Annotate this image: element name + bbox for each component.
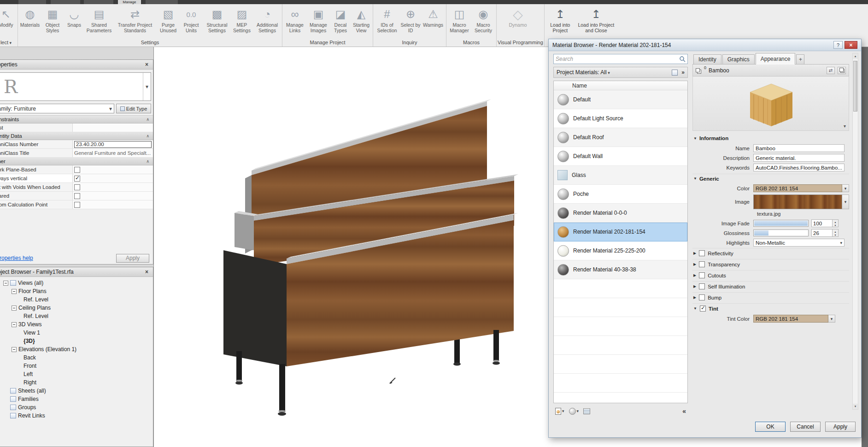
object-styles-button[interactable]: ▦ Object Styles <box>41 5 64 33</box>
manage-project-group-label[interactable]: Manage Project <box>283 39 372 47</box>
collapse-node-icon[interactable] <box>12 289 17 294</box>
asset-name-field[interactable]: Bamboo <box>753 144 845 152</box>
collapse-node-icon[interactable] <box>3 281 8 286</box>
tab-manage[interactable]: Manage <box>118 0 141 4</box>
ribbon-tab[interactable] <box>51 0 80 4</box>
highlights-dropdown[interactable]: Non-Metallic <box>753 239 845 247</box>
macro-security-button[interactable]: ◉ Macro Security <box>471 5 495 33</box>
collapse-section-icon[interactable] <box>146 117 149 122</box>
material-row[interactable]: Render Material 40-38-38 <box>554 260 687 279</box>
search-input[interactable] <box>556 56 679 62</box>
transfer-project-standards-button[interactable]: ⇄ Transfer Project Standards <box>114 5 156 33</box>
properties-help-link[interactable]: Properties help <box>0 255 33 261</box>
properties-panel-header[interactable]: Properties <box>0 60 153 70</box>
preview-options-button[interactable] <box>844 124 846 129</box>
material-row[interactable]: Render Material 0-0-0 <box>554 204 687 223</box>
close-button[interactable] <box>845 41 857 49</box>
reflectivity-section[interactable]: Reflectivity <box>692 248 849 258</box>
select-panel-label[interactable]: lect <box>0 39 17 47</box>
cutouts-checkbox[interactable] <box>699 272 705 278</box>
room-calculation-point-checkbox[interactable] <box>74 202 80 208</box>
collapse-node-icon[interactable] <box>12 306 17 311</box>
material-row[interactable]: Glass <box>554 166 687 185</box>
omniclass-title-value[interactable]: General Furniture and Specialt... <box>72 149 153 157</box>
tree-item-views-all[interactable]: Views (all) <box>0 279 153 287</box>
structural-settings-button[interactable]: ▩ Structural Settings <box>204 5 230 33</box>
omniclass-number-field[interactable]: 23.40.20.00 <box>74 141 152 148</box>
add-asset-tab-button[interactable] <box>796 54 804 64</box>
glossiness-value[interactable]: 26 <box>811 229 833 237</box>
more-options-icon[interactable] <box>681 69 685 76</box>
ribbon-tab[interactable] <box>84 0 113 4</box>
manage-images-button[interactable]: ▣ Manage Images <box>306 5 330 33</box>
color-dropdown-button[interactable] <box>842 184 849 192</box>
shared-parameters-button[interactable]: ▤ Shared Parameters <box>84 5 114 33</box>
transparency-checkbox[interactable] <box>699 261 705 267</box>
property-value[interactable] <box>72 124 153 132</box>
description-field[interactable]: Generic material. <box>753 154 845 162</box>
load-into-project-button[interactable]: ↥ Load into Project <box>545 5 575 33</box>
image-fade-value[interactable]: 100 <box>811 219 833 227</box>
modify-button[interactable]: ↖ Modify <box>0 5 17 28</box>
material-row[interactable]: Render Material 225-225-200 <box>554 241 687 260</box>
collapse-section-icon[interactable] <box>146 134 149 138</box>
search-icon[interactable] <box>679 56 686 62</box>
bump-checkbox[interactable] <box>699 294 705 300</box>
self-illumination-checkbox[interactable] <box>699 283 705 289</box>
collapse-pane-button[interactable] <box>682 407 686 415</box>
tree-item-3d-views[interactable]: 3D Views <box>0 320 153 329</box>
tree-item-left[interactable]: Left <box>0 370 153 378</box>
ids-of-selection-button[interactable]: # IDs of Selection <box>374 5 400 33</box>
tint-color-swatch-field[interactable]: RGB 202 181 154 <box>753 315 828 323</box>
reflectivity-checkbox[interactable] <box>699 250 705 256</box>
work-plane-based-checkbox[interactable] <box>74 167 80 173</box>
tree-item-back[interactable]: Back <box>0 353 153 362</box>
tree-item-front[interactable]: Front <box>0 362 153 370</box>
material-row[interactable]: Default <box>554 90 687 109</box>
material-row[interactable]: Default Roof <box>554 128 687 147</box>
tree-item-3d[interactable]: {3D} <box>0 337 153 345</box>
view-type-icon[interactable] <box>672 70 678 76</box>
collapse-section-icon[interactable] <box>146 159 149 164</box>
material-row-selected[interactable]: Render Material 202-181-154 <box>554 223 687 241</box>
tree-item-ref-level-2[interactable]: Ref. Level <box>0 312 153 320</box>
tree-item-ceiling-plans[interactable]: Ceiling Plans <box>0 304 153 312</box>
mep-settings-button[interactable]: ▨ MEP Settings <box>230 5 253 33</box>
tree-item-right[interactable]: Right <box>0 378 153 387</box>
tint-color-dropdown-button[interactable] <box>828 315 835 323</box>
close-icon[interactable] <box>143 269 150 276</box>
swap-asset-button[interactable] <box>827 67 835 74</box>
section-constraints[interactable]: Constraints <box>0 116 153 124</box>
ribbon-tab[interactable] <box>146 0 178 4</box>
tree-item-floor-plans[interactable]: Floor Plans <box>0 287 153 295</box>
family-selector-dropdown[interactable]: Family: Furniture <box>0 104 114 113</box>
image-fade-slider[interactable] <box>753 220 809 227</box>
project-materials-dropdown[interactable]: Project Materials: All <box>557 69 610 76</box>
inquiry-group-label[interactable]: Inquiry <box>374 39 445 47</box>
cut-with-voids-checkbox[interactable] <box>74 184 80 190</box>
macros-group-label[interactable]: Macros <box>447 39 495 47</box>
tint-section[interactable]: Tint <box>692 303 849 313</box>
self-illumination-section[interactable]: Self Illumination <box>692 281 849 291</box>
apply-button[interactable]: Apply <box>116 254 149 263</box>
material-row[interactable]: Default Light Source <box>554 109 687 128</box>
warnings-button[interactable]: ⚠ Warnings <box>421 5 445 28</box>
materials-button[interactable]: ◍ Materials <box>19 5 41 28</box>
tab-identity[interactable]: Identity <box>693 54 721 64</box>
view-options-button[interactable] <box>583 408 590 414</box>
cancel-button[interactable]: Cancel <box>790 422 821 432</box>
edit-type-button[interactable]: Edit Type <box>116 104 151 113</box>
scroll-down-icon[interactable] <box>853 404 858 409</box>
tab-graphics[interactable]: Graphics <box>722 54 755 64</box>
purge-unused-button[interactable]: ▧ Purge Unused <box>156 5 180 33</box>
glossiness-slider[interactable] <box>753 229 809 236</box>
duplicate-asset-button[interactable] <box>838 67 846 74</box>
section-identity-data[interactable]: Identity Data <box>0 132 153 140</box>
starting-view-button[interactable]: ◭ Starting View <box>351 5 372 33</box>
image-fade-stepper[interactable] <box>833 219 839 227</box>
project-browser-header[interactable]: Project Browser - Family1Test.rfa <box>0 267 153 277</box>
dialog-title-bar[interactable]: Material Browser - Render Material 202-1… <box>549 39 861 51</box>
help-button[interactable] <box>833 41 843 49</box>
chevron-down-icon[interactable] <box>143 73 151 100</box>
tint-checkbox[interactable] <box>700 306 706 312</box>
